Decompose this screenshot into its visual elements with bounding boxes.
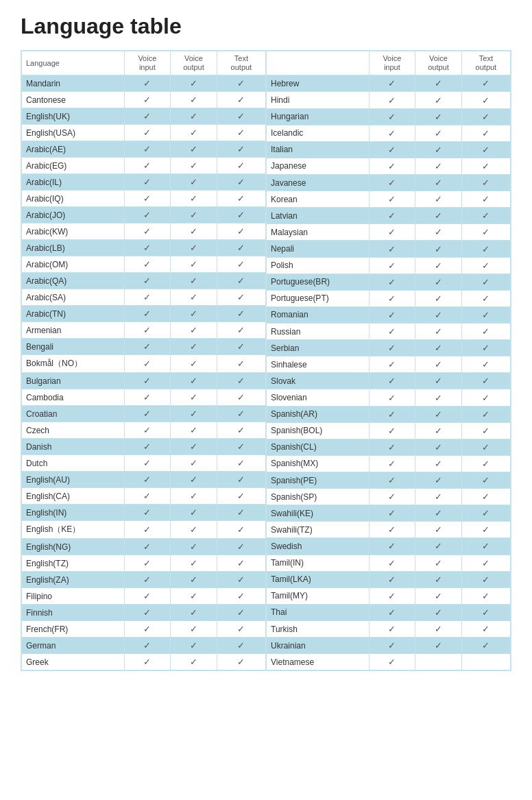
table-row: Swedish✓✓✓	[267, 538, 511, 555]
check-icon: ✓	[388, 260, 396, 271]
check-icon: ✓	[190, 243, 197, 253]
voice-output-cell: ✓	[415, 108, 462, 125]
text-output-cell: ✓	[461, 638, 510, 654]
voice-input-cell: ✓	[124, 174, 171, 191]
language-name: Serbian	[267, 340, 370, 356]
language-name: English（KE）	[22, 521, 125, 539]
check-icon: ✓	[482, 145, 489, 155]
table-row: Romanian✓✓✓	[267, 306, 511, 323]
voice-input-cell: ✓	[124, 306, 171, 322]
voice-output-cell: ✓	[171, 306, 217, 322]
text-output-cell: ✓	[217, 455, 265, 472]
voice-input-cell: ✓	[124, 339, 171, 355]
language-name: Finnish	[22, 605, 125, 621]
voice-input-header-left: Voiceinput	[124, 51, 171, 75]
check-icon: ✓	[388, 640, 396, 651]
text-output-cell: ✓	[217, 472, 265, 488]
language-name: Arabic(AE)	[22, 141, 125, 158]
check-icon: ✓	[388, 492, 396, 502]
voice-output-cell: ✓	[415, 257, 462, 274]
text-output-cell: ✓	[461, 472, 510, 489]
voice-input-cell: ✓	[369, 257, 415, 274]
table-row: Arabic(QA)✓✓✓	[22, 273, 266, 289]
check-icon: ✓	[190, 425, 197, 435]
table-row: Tamil(MY)✓✓✓	[267, 587, 511, 604]
voice-input-cell: ✓	[124, 355, 171, 373]
check-icon: ✓	[435, 624, 442, 634]
table-row: Mandarin✓✓✓	[22, 75, 266, 92]
table-row: Javanese✓✓✓	[267, 175, 511, 191]
voice-output-cell: ✓	[415, 522, 462, 538]
check-icon: ✓	[388, 210, 396, 221]
voice-output-cell: ✓	[415, 306, 462, 323]
voice-output-cell: ✓	[415, 555, 462, 571]
text-output-cell: ✓	[461, 306, 510, 323]
language-name: Arabic(SA)	[22, 289, 125, 306]
text-output-cell: ✓	[461, 324, 510, 340]
voice-input-cell: ✓	[124, 472, 171, 488]
language-name: Vietnamese	[267, 654, 370, 670]
language-name: Croatian	[22, 406, 125, 422]
check-icon: ✓	[143, 226, 151, 237]
voice-output-cell: ✓	[415, 587, 462, 604]
voice-output-cell: ✓	[415, 324, 462, 340]
check-icon: ✓	[143, 144, 151, 154]
language-table: Language Voiceinput Voiceoutput Textoutp…	[21, 50, 511, 671]
voice-output-cell: ✓	[415, 241, 462, 257]
table-row: Arabic(JO)✓✓✓	[22, 207, 266, 223]
check-icon: ✓	[143, 177, 151, 187]
voice-input-cell: ✓	[124, 505, 171, 521]
check-icon: ✓	[435, 326, 442, 337]
table-row: English(CA)✓✓✓	[22, 488, 266, 505]
check-icon: ✓	[237, 376, 245, 386]
check-icon: ✓	[237, 624, 245, 634]
language-name: Romanian	[267, 306, 370, 323]
table-row: Sinhalese✓✓✓	[267, 356, 511, 373]
check-icon: ✓	[190, 193, 197, 204]
language-name: Hebrew	[267, 75, 370, 92]
check-icon: ✓	[482, 624, 489, 634]
check-icon: ✓	[237, 95, 245, 105]
language-name: Japanese	[267, 158, 370, 174]
voice-input-cell: ✓	[369, 208, 415, 224]
language-name: Arabic(OM)	[22, 256, 125, 273]
table-row: Hebrew✓✓✓	[267, 75, 511, 92]
voice-input-cell: ✓	[124, 422, 171, 439]
check-icon: ✓	[237, 111, 245, 121]
table-row: English(AU)✓✓✓	[22, 472, 266, 488]
check-icon: ✓	[435, 640, 442, 651]
voice-input-cell: ✓	[369, 75, 415, 92]
table-row: Tamil(LKA)✓✓✓	[267, 571, 511, 587]
language-name: Tamil(MY)	[267, 587, 370, 604]
text-output-cell: ✓	[217, 207, 265, 223]
voice-output-cell: ✓	[415, 191, 462, 208]
check-icon: ✓	[237, 491, 245, 501]
voice-output-cell: ✓	[415, 455, 462, 472]
check-icon: ✓	[143, 474, 151, 485]
check-icon: ✓	[237, 458, 245, 468]
text-output-cell: ✓	[217, 605, 265, 621]
check-icon: ✓	[482, 95, 489, 106]
voice-output-cell: ✓	[171, 355, 217, 373]
check-icon: ✓	[388, 591, 396, 601]
check-icon: ✓	[237, 276, 245, 286]
check-icon: ✓	[190, 591, 197, 601]
voice-output-cell: ✓	[171, 92, 217, 108]
language-name: Portuguese(BR)	[267, 274, 370, 290]
table-row: Croatian✓✓✓	[22, 406, 266, 422]
voice-output-cell: ✓	[415, 356, 462, 373]
voice-input-cell: ✓	[124, 455, 171, 472]
language-name: Slovak	[267, 373, 370, 389]
voice-input-cell: ✓	[124, 638, 171, 654]
voice-input-cell: ✓	[369, 108, 415, 125]
check-icon: ✓	[237, 177, 245, 187]
check-icon: ✓	[237, 558, 245, 568]
check-icon: ✓	[190, 226, 197, 237]
check-icon: ✓	[482, 293, 489, 304]
table-row: Bokmål（NO）✓✓✓	[22, 355, 266, 373]
voice-output-cell: ✓	[171, 572, 217, 588]
check-icon: ✓	[143, 210, 151, 220]
voice-output-cell: ✓	[171, 289, 217, 306]
table-row: Bulgarian✓✓✓	[22, 373, 266, 389]
voice-output-cell: ✓	[171, 191, 217, 207]
